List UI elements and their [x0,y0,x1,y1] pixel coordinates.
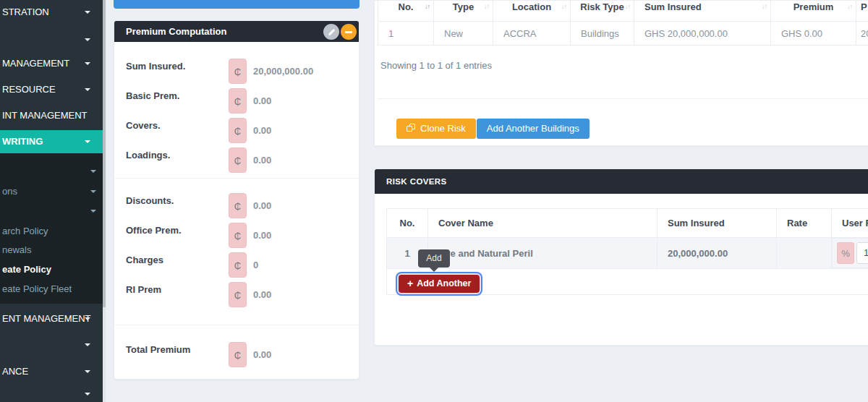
cedi-currency-addon: ₵ [229,88,247,114]
chevron-down-icon [85,88,90,91]
compute-button-cut-off[interactable] [114,0,359,9]
sidebar-subitem-create-policy-fleet[interactable]: eate Policy Fleet [0,281,103,298]
risk-covers-title: RISK COVERS [386,177,447,186]
chevron-down-icon [90,190,96,193]
table-row[interactable]: 1 New ACCRA Buildings GHS 20,000,000.00 … [378,22,868,46]
cell-type: New [434,22,493,46]
sidebar-subitem-search-policy[interactable]: arch Policy [0,223,103,240]
sidebar-scrollbar-thumb[interactable] [103,0,106,307]
sidebar-item-hidden-2[interactable] [0,336,103,354]
cell-premium: GHS 0.00 [771,22,856,46]
column-header-type[interactable]: Type [434,0,493,22]
field-label: Office Prem. [126,225,182,236]
cedi-currency-addon: ₵ [229,118,247,143]
cell-rate [777,238,832,269]
field-label: Loadings. [126,150,170,161]
divider [114,325,359,325]
ri-prem-input[interactable]: 0.00 [253,282,271,307]
sidebar-item-administration[interactable]: STRATION [0,4,103,21]
sidebar-item-ent-management[interactable]: ENT MANAGEMENT [0,310,103,328]
sort-icon[interactable] [561,3,566,10]
premium-row-basic-prem: Basic Prem. ₵ 0.00 [114,88,360,114]
add-cover-row: +Add Another [387,269,868,295]
sidebar-subitem-ons[interactable]: ons [0,183,103,200]
sidebar-item-label: eate Policy Fleet [2,283,72,294]
percent-addon: % [837,242,854,264]
user-rate-input[interactable]: 1 [856,242,868,264]
cell-clipped: 202 [856,22,868,46]
column-header-sum-insured[interactable]: Sum Insured [634,0,771,22]
sidebar-item-int-management[interactable]: INT MANAGEMENT [0,107,103,124]
sort-icon[interactable] [425,3,430,10]
cedi-currency-addon: ₵ [229,193,247,218]
basic-prem-input[interactable]: 0.00 [253,88,271,114]
premium-computation-panel: Premium Computation Sum Insured. ₵ 20,00… [114,20,359,380]
sum-insured-input[interactable]: 20,000,000.00 [253,59,313,84]
column-label: P [861,1,867,12]
sidebar-subitem-hidden-2[interactable] [0,202,103,220]
loadings-input[interactable]: 0.00 [253,147,271,173]
column-label: No. [400,218,415,228]
button-label: Clone Risk [420,123,466,134]
column-header-no[interactable]: No. [378,0,434,22]
office-prem-input[interactable]: 0.00 [253,223,271,248]
field-label: Discounts. [126,195,174,206]
sidebar-item-resource[interactable]: RESOURCE [0,81,103,98]
sidebar: STRATION MANAGEMENT RESOURCE INT MANAGEM… [0,0,103,402]
sidebar-subitem-create-policy-active[interactable]: eate Policy [0,261,103,278]
edit-button[interactable] [323,24,339,40]
sidebar-item-ance[interactable]: ANCE [0,363,103,380]
sidebar-item-hidden-1[interactable] [0,31,103,48]
sort-icon[interactable] [625,3,630,10]
chevron-down-icon [90,170,96,173]
field-label: Sum Insured. [126,61,185,72]
column-header-location[interactable]: Location [493,0,571,22]
sidebar-subitem-hidden-1[interactable] [0,163,103,180]
column-header-premium[interactable]: Premium [771,0,856,22]
premium-row-covers: Covers. ₵ 0.00 [114,118,360,144]
clone-risk-button[interactable]: Clone Risk [396,119,476,139]
table-row[interactable]: 1 Fire and Natural Peril 20,000,000.00 %… [387,238,868,269]
add-another-buildings-button[interactable]: Add Another Buildings [477,119,590,139]
premium-row-loadings: Loadings. ₵ 0.00 [114,147,360,174]
premium-row-charges: Charges ₵ 0 [114,252,360,278]
cell-risk-type: Buildings [571,22,634,46]
column-label: Sum Insured [644,1,702,12]
collapse-button[interactable] [341,24,357,40]
sidebar-item-underwriting-active[interactable]: WRITING [0,130,103,153]
button-label: Add Another [417,278,471,288]
charges-input[interactable]: 0 [253,252,258,278]
minus-icon [345,31,352,33]
chevron-down-icon [85,393,90,395]
column-header-no: No. [387,209,428,238]
sort-icon[interactable] [484,3,489,10]
premium-row-office-prem: Office Prem. ₵ 0.00 [114,223,360,249]
covers-input[interactable]: 0.00 [253,118,271,143]
sidebar-item-label: RESOURCE [2,84,56,95]
discounts-input[interactable]: 0.00 [253,193,271,218]
field-label: Charges [126,255,163,265]
column-header-risk-type[interactable]: Risk Type [571,0,634,22]
sort-icon[interactable] [847,3,852,10]
clone-icon [407,124,416,132]
chevron-down-icon [85,370,90,373]
cedi-currency-addon: ₵ [229,147,247,173]
sidebar-subitem-renewals[interactable]: newals [0,241,103,259]
premium-row-sum-insured: Sum Insured. ₵ 20,000,000.00 [114,59,360,85]
column-header-clipped[interactable]: P [856,0,868,22]
chevron-down-icon [85,62,90,65]
sidebar-item-label: WRITING [2,136,43,147]
chevron-down-icon [85,317,90,320]
premium-row-discounts: Discounts. ₵ 0.00 [114,193,360,219]
sidebar-item-hidden-3[interactable] [0,385,103,402]
sidebar-item-management[interactable]: MANAGEMENT [0,55,103,72]
add-another-cover-button[interactable]: +Add Another [399,275,480,293]
cell-cover-name: Fire and Natural Peril [428,238,658,269]
cell-location: ACCRA [493,22,571,46]
sort-icon[interactable] [762,3,767,10]
chevron-down-icon [85,343,90,346]
sidebar-item-label: MANAGEMENT [2,58,69,69]
total-premium-input[interactable]: 0.00 [253,342,271,367]
column-header-rate: Rate [777,209,832,238]
risk-actions: Clone RiskAdd Another Buildings [396,119,590,139]
